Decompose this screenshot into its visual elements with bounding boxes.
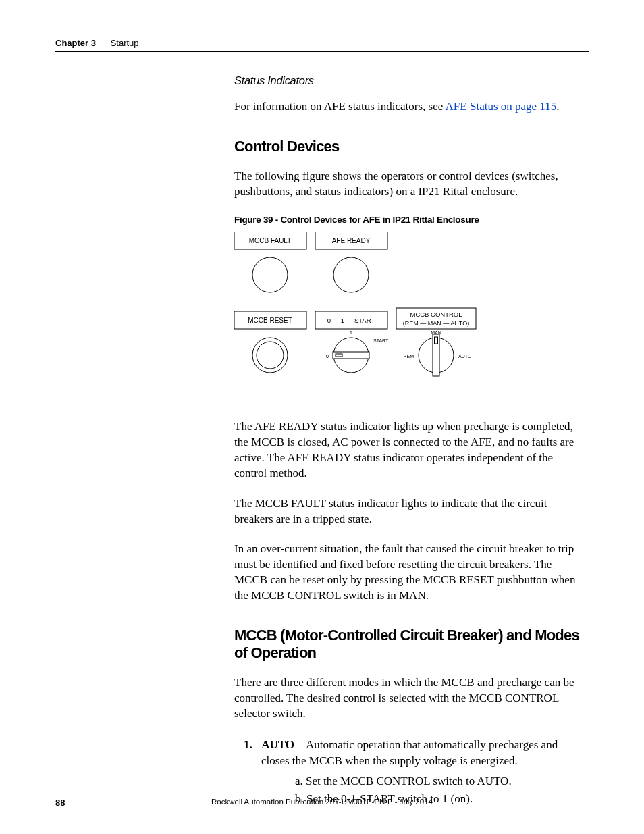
page-header: Chapter 3 Startup — [55, 38, 589, 52]
figure-caption: Figure 39 - Control Devices for AFE in I… — [234, 215, 587, 225]
content-area: Status Indicators For information on AFE… — [234, 74, 587, 810]
control-devices-diagram: MCCB FAULT AFE READY MCCB RESET 0 — 1 — … — [234, 232, 477, 397]
label-mccb-reset: MCCB RESET — [248, 317, 292, 324]
para-control-intro: The following figure shows the operators… — [234, 169, 587, 200]
chapter-title — [99, 38, 111, 48]
label-auto: AUTO — [458, 354, 472, 359]
heading-control-devices: Control Devices — [234, 138, 587, 155]
chapter-label: Chapter 3 — [55, 38, 96, 48]
label-1: 1 — [350, 330, 352, 335]
list-item-1: 1. AUTO—Automatic operation that automat… — [261, 737, 587, 769]
switch-mccb-pointer — [433, 334, 439, 376]
indicator-mccb-fault — [252, 257, 288, 292]
text: . — [556, 100, 559, 113]
para-status-info: For information on AFE status indicators… — [234, 99, 587, 115]
switch-pointer — [333, 352, 369, 359]
button-mccb-reset-outer — [252, 338, 288, 373]
ordered-list: 1. AUTO—Automatic operation that automat… — [234, 737, 587, 806]
para-mccb-fault: The MCCB FAULT status indicator lights t… — [234, 496, 587, 527]
label-man: MAN — [431, 330, 441, 335]
label-mccb-fault: MCCB FAULT — [249, 237, 292, 244]
heading-mccb-modes: MCCB (Motor-Controlled Circuit Breaker) … — [234, 627, 587, 662]
button-mccb-reset-inner — [257, 342, 284, 369]
list-number: 1. — [244, 737, 259, 753]
chapter-title-text: Startup — [111, 38, 139, 48]
list-term-auto: AUTO — [261, 738, 294, 751]
sublist-a: a. Set the MCCB CONTROL switch to AUTO. — [295, 775, 587, 788]
label-0-1-start: 0 — 1 — START — [327, 317, 375, 324]
figure-39: MCCB FAULT AFE READY MCCB RESET 0 — 1 — … — [234, 232, 587, 400]
para-overcurrent: In an over-current situation, the fault … — [234, 542, 587, 604]
text: For information on AFE status indicators… — [234, 100, 446, 113]
subheading-status-indicators: Status Indicators — [234, 74, 587, 87]
page-number: 88 — [55, 798, 65, 808]
label-0: 0 — [326, 354, 329, 359]
para-mccb-intro: There are three different modes in which… — [234, 675, 587, 722]
para-afe-ready: The AFE READY status indicator lights up… — [234, 419, 587, 481]
label-mccb-control-modes: (REM — MAN — AUTO) — [403, 320, 469, 327]
label-start: START — [373, 338, 389, 343]
label-rem: REM — [403, 354, 414, 359]
publication-id: Rockwell Automation Publication 20Y-UM00… — [211, 798, 433, 806]
label-mccb-control: MCCB CONTROL — [410, 311, 462, 318]
indicator-afe-ready — [333, 257, 369, 292]
label-afe-ready: AFE READY — [332, 237, 371, 244]
page-footer: 88 Rockwell Automation Publication 20Y-U… — [55, 798, 589, 806]
link-afe-status[interactable]: AFE Status on page 115 — [446, 100, 557, 113]
list-text: —Automatic operation that automatically … — [261, 738, 558, 767]
